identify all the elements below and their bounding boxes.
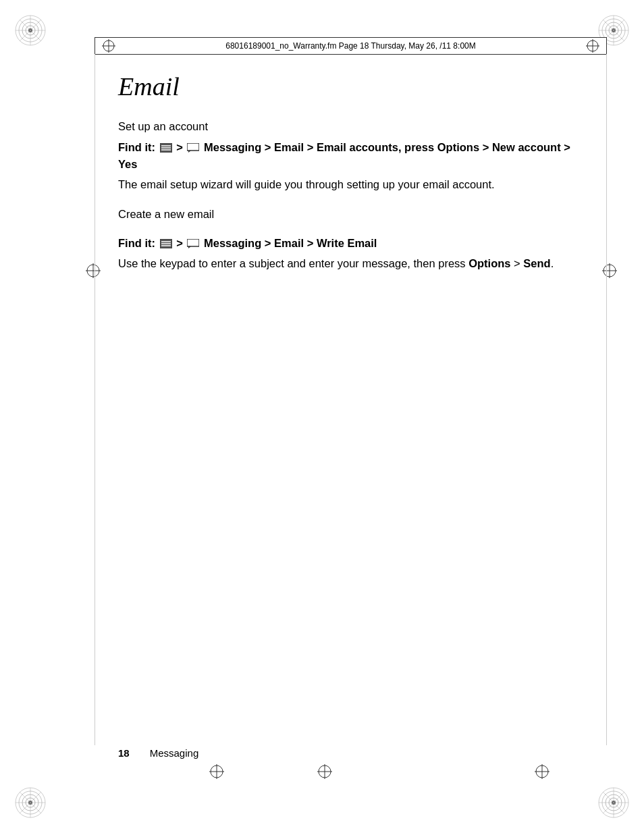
right-border-line [606,54,607,745]
reg-mark-bottom-right-center [535,764,549,779]
header-reg-mark-left [102,39,115,53]
find-it-arrow-2: > [176,237,186,249]
section-1-description: The email setup wizard will guide you th… [118,176,590,194]
section-2-label: Create a new email [118,206,590,223]
find-it-arrow-1: > [176,141,186,153]
svg-marker-53 [188,151,191,153]
find-it-path-2: Messaging > Email > Write Email [204,237,377,249]
section-1-find-it: Find it: > Messaging > Email > Email acc… [118,139,590,173]
header-bar: 68016189001_no_Warranty.fm Page 18 Thurs… [95,37,607,55]
section-2-find-it: Find it: > Messaging > Email > Write Ema… [118,235,590,252]
menu-icon-1 [160,143,172,153]
svg-rect-58 [187,239,199,246]
svg-rect-52 [187,143,199,151]
corner-decoration-bottom-right [597,786,630,819]
section-1-label: Set up an account [118,118,590,135]
corner-decoration-bottom-left [14,786,47,819]
section-2-description: Use the keypad to enter a subject and en… [118,255,590,273]
menu-icon-2 [160,239,172,248]
footer-page-number: 18 [118,747,130,759]
main-content: Email Set up an account Find it: > Messa… [118,68,590,285]
page-title: Email [118,68,590,106]
find-it-path-1: Messaging > Email > Email accounts, pres… [118,141,570,170]
reg-mark-left-mid [86,263,101,278]
find-it-prefix-1: Find it: [118,141,159,153]
footer-section-label: Messaging [150,747,199,759]
find-it-prefix-2: Find it: [118,237,159,249]
corner-decoration-top-left [14,14,47,47]
reg-mark-right-mid [602,263,617,278]
footer: 18 Messaging [118,747,590,759]
reg-mark-bottom-left-center [209,764,224,779]
messaging-icon-1 [187,143,199,153]
header-reg-mark-right [586,39,599,53]
reg-mark-bottom-center [317,764,332,779]
left-border-line [95,54,95,745]
messaging-icon-2 [187,239,199,248]
header-text: 68016189001_no_Warranty.fm Page 18 Thurs… [225,41,475,51]
